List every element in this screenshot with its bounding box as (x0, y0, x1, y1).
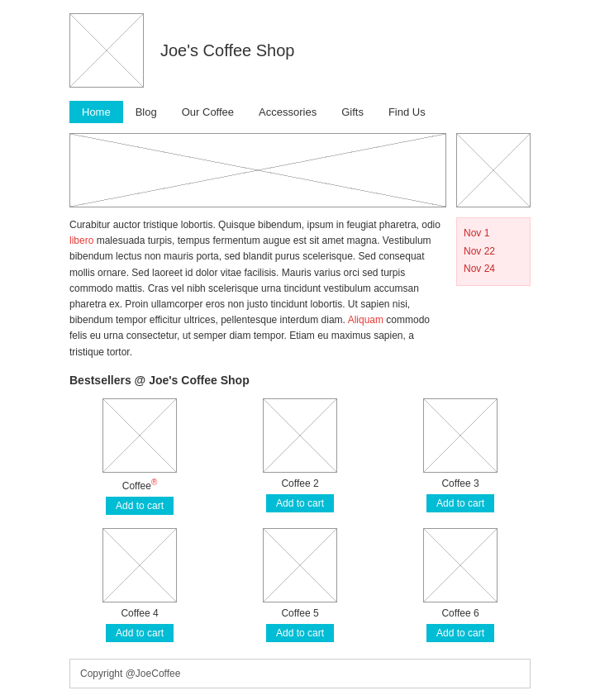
hero-side-image (456, 133, 531, 207)
product-name-6: Coffee 6 (441, 607, 479, 619)
product-image-5 (263, 528, 337, 602)
nav-find-us[interactable]: Find Us (376, 101, 438, 123)
hero-main-image (69, 133, 446, 207)
events-box: Nov 1 Nov 22 Nov 24 (456, 217, 531, 286)
sidebar: Nov 1 Nov 22 Nov 24 (456, 217, 531, 360)
main-content: Curabitur auctor tristique lobortis. Qui… (0, 133, 600, 642)
product-name-5: Coffee 5 (281, 607, 318, 619)
add-to-cart-5[interactable]: Add to cart (266, 624, 334, 642)
article-text: Curabitur auctor tristique lobortis. Qui… (69, 217, 445, 360)
product-item-6: Coffee 6 Add to cart (390, 528, 531, 642)
copyright-text: Copyright @JoeCoffee (80, 668, 180, 679)
event-date-2: Nov 22 (464, 243, 523, 261)
logo-image (69, 13, 144, 88)
nav-blog[interactable]: Blog (123, 101, 169, 123)
nav-accessories[interactable]: Accessories (246, 101, 329, 123)
nav-gifts[interactable]: Gifts (329, 101, 376, 123)
bestsellers-section: Bestsellers @ Joe's Coffee Shop Coffee® … (69, 374, 531, 642)
products-grid: Coffee® Add to cart Coffee 2 Add to cart… (69, 398, 531, 642)
hero-banner (69, 133, 531, 207)
add-to-cart-4[interactable]: Add to cart (106, 624, 174, 642)
event-date-1: Nov 1 (464, 225, 523, 243)
product-name-2: Coffee 2 (281, 478, 318, 489)
product-image-2 (263, 398, 337, 473)
product-name-1: Coffee® (122, 478, 158, 492)
content-row: Curabitur auctor tristique lobortis. Qui… (69, 217, 531, 360)
nav-our-coffee[interactable]: Our Coffee (169, 101, 246, 123)
product-image-1 (102, 398, 177, 473)
product-image-6 (423, 528, 498, 602)
add-to-cart-2[interactable]: Add to cart (266, 494, 334, 512)
header: Joe's Coffee Shop (0, 0, 600, 101)
article-body: Curabitur auctor tristique lobortis. Qui… (69, 217, 445, 360)
add-to-cart-3[interactable]: Add to cart (426, 494, 494, 512)
site-title: Joe's Coffee Shop (160, 41, 294, 60)
product-name-3: Coffee 3 (441, 478, 479, 489)
product-item-4: Coffee 4 Add to cart (69, 528, 210, 642)
product-item-2: Coffee 2 Add to cart (230, 398, 370, 515)
product-item-3: Coffee 3 Add to cart (390, 398, 531, 515)
nav-home[interactable]: Home (69, 101, 123, 123)
nav-bar: Home Blog Our Coffee Accessories Gifts F… (0, 101, 600, 123)
product-image-3 (423, 398, 498, 473)
product-badge-1: ® (151, 478, 157, 487)
product-name-4: Coffee 4 (121, 607, 158, 619)
bestsellers-title: Bestsellers @ Joe's Coffee Shop (69, 374, 531, 387)
add-to-cart-1[interactable]: Add to cart (106, 497, 174, 515)
product-item-5: Coffee 5 Add to cart (230, 528, 370, 642)
event-date-3: Nov 24 (464, 260, 523, 279)
footer: Copyright @JoeCoffee (69, 659, 531, 688)
product-image-4 (102, 528, 177, 602)
product-item-1: Coffee® Add to cart (69, 398, 210, 515)
add-to-cart-6[interactable]: Add to cart (426, 624, 494, 642)
